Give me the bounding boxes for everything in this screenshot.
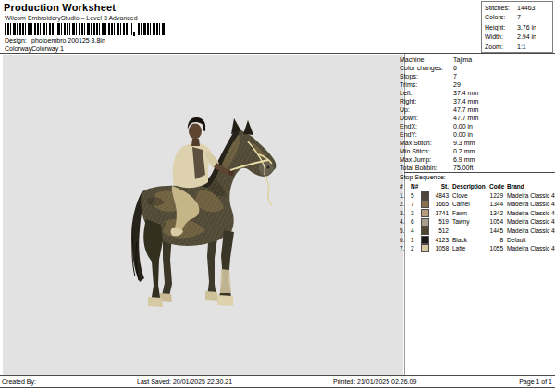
info-row: Min Stitch:0.2 mm <box>400 147 553 155</box>
info-row: Trims:29 <box>400 80 553 89</box>
thread-swatch <box>421 218 429 227</box>
production-worksheet-page: Production Worksheet Wilcom EmbroiderySt… <box>0 0 555 392</box>
info-row: Right:37.4 mm <box>400 97 553 105</box>
table-row: 4.6519Tawny1054Madeira Classic 40 <box>400 217 554 227</box>
stat-colors: Colors:7 <box>485 13 552 22</box>
page-title: Production Worksheet <box>4 2 116 13</box>
table-row: 7.21058Latte1055Madeira Classic 40 <box>400 244 554 253</box>
colorway-row: Colorway:Colorway 1 <box>5 45 64 52</box>
thread-swatch <box>421 244 429 252</box>
colorway-label: Colorway: <box>5 45 31 52</box>
table-row: 2.71665Camel1344Madeira Classic 40 <box>400 200 554 209</box>
footer-page-number: Page 1 of 1 <box>519 378 552 385</box>
info-row: Max Jump:6.9 mm <box>400 155 553 164</box>
stop-sequence-title: Stop Sequence: <box>400 174 446 180</box>
thread-swatch <box>421 209 429 217</box>
col-code: Code <box>489 182 505 191</box>
stop-sequence-table: # N# St. Description Code Brand 1.54843C… <box>400 182 554 253</box>
design-canvas <box>3 55 403 375</box>
design-row: Design:photoembro 200125 3,8in <box>5 37 105 43</box>
info-row: Stops:7 <box>400 72 553 80</box>
stat-height: Height:3.76 in <box>485 23 552 32</box>
app-subtitle: Wilcom EmbroideryStudio – Level 3 Advanc… <box>5 15 138 21</box>
stop-sequence-divider <box>404 172 555 173</box>
footer-last-saved: Last Saved: 20/01/2025 22.30.21 <box>137 378 232 385</box>
info-row: Machine:Tajima <box>400 55 553 64</box>
thread-swatch <box>421 191 429 200</box>
info-row: Up:47.7 mm <box>400 105 553 114</box>
info-row: Down:47.7 mm <box>400 114 553 122</box>
table-row: 6.14123Black8Default <box>400 236 554 245</box>
table-row: 1.54843Clove1229Madeira Classic 40 <box>400 191 554 201</box>
barcode-separator <box>133 32 135 36</box>
thread-swatch <box>421 200 429 208</box>
info-row: EndY:0.00 in <box>400 130 553 139</box>
col-brand: Brand <box>505 182 554 191</box>
info-row: Total Bobbin:75.00ft <box>400 164 553 172</box>
thread-swatch <box>421 236 429 244</box>
info-row: EndX:0.00 in <box>400 122 553 130</box>
info-row: Left:37.4 mm <box>400 89 553 97</box>
design-label: Design: <box>5 37 31 43</box>
col-description: Description <box>450 182 489 191</box>
col-needle: N# <box>411 182 421 191</box>
footer-printed: Printed: 21/01/2025 02.26.09 <box>333 378 416 385</box>
embroidery-artwork-boy-on-horse <box>130 103 319 320</box>
barcode-checksum <box>138 23 165 35</box>
design-value: photoembro 200125 3,8in <box>31 37 105 43</box>
table-row: 5.45121445Madeira Classic 40 <box>400 227 554 236</box>
stat-zoom: Zoom:1:1 <box>485 43 552 52</box>
thread-swatch <box>421 227 429 235</box>
table-header-row: # N# St. Description Code Brand <box>400 182 554 191</box>
info-row: Color changes:6 <box>400 64 553 72</box>
col-stitches: St. <box>432 182 450 191</box>
info-row: Max Stitch:9.3 mm <box>400 139 553 147</box>
footer-divider-bottom <box>0 387 555 388</box>
barcode <box>5 23 132 35</box>
colorway-value: Colorway 1 <box>31 45 64 52</box>
table-row: 3.31741Fawn1342Madeira Classic 40 <box>400 209 554 218</box>
footer-created-by: Created By: <box>2 378 36 385</box>
stat-width: Width:2.94 in <box>485 32 552 42</box>
col-num: # <box>400 182 411 191</box>
machine-info-panel: Machine:Tajima Color changes:6 Stops:7 T… <box>400 55 553 172</box>
design-stats-box: Stitches:14463 Colors:7 Height:3.76 in W… <box>481 1 553 53</box>
stat-stitches: Stitches:14463 <box>485 4 552 13</box>
footer-divider-top <box>0 375 555 376</box>
header-divider <box>0 53 555 54</box>
